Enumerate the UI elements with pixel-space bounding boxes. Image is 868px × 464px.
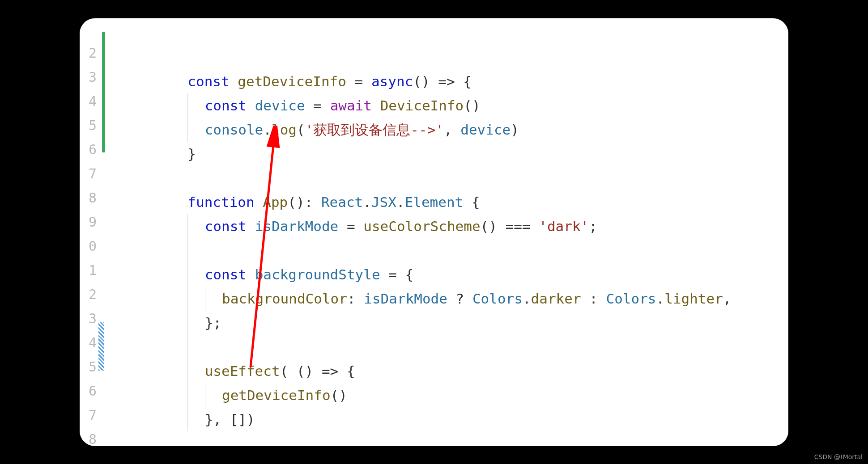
- line-number: 0: [81, 238, 97, 254]
- line-number: 6: [81, 383, 97, 399]
- watermark: CSDN @!Mortal: [814, 453, 863, 460]
- code-area[interactable]: const getDeviceInfo = async() => { const…: [98, 32, 788, 446]
- code-line[interactable]: }, []): [121, 383, 779, 448]
- token-brace: }: [187, 146, 196, 162]
- line-number: 2: [81, 287, 97, 302]
- line-number: 1: [81, 262, 97, 278]
- line-number: 2: [81, 45, 97, 61]
- line-number: 4: [81, 93, 97, 109]
- line-number: 7: [81, 407, 97, 423]
- line-number: 9: [81, 214, 97, 230]
- code-editor-panel: 2 3 4 5 6 7 8 9 0 1 2 3 4 5 6 7 8 const …: [78, 17, 790, 448]
- line-number: 3: [81, 311, 97, 326]
- line-number: 6: [81, 142, 97, 157]
- token-punct: }, []): [205, 411, 255, 427]
- line-number: 3: [81, 69, 97, 85]
- line-number: 8: [81, 431, 97, 447]
- line-number-gutter: 2 3 4 5 6 7 8 9 0 1 2 3 4 5 6 7 8: [80, 32, 98, 446]
- line-number: 8: [81, 190, 97, 206]
- line-number: 7: [81, 166, 97, 181]
- editor: 2 3 4 5 6 7 8 9 0 1 2 3 4 5 6 7 8 const …: [80, 18, 788, 446]
- line-number: 5: [81, 118, 97, 133]
- line-number: 4: [81, 335, 97, 350]
- line-number: 5: [81, 359, 97, 375]
